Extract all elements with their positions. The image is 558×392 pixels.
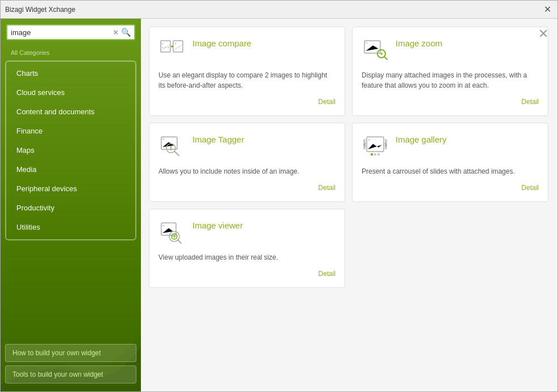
widget-desc-image-compare: Use an elegant display to compare 2 imag… (158, 70, 336, 91)
widget-card-image-compare: Image compare Use an elegant display to … (149, 27, 345, 116)
widget-desc-image-zoom: Display many attached images in the proc… (362, 70, 539, 91)
sidebar-item-media[interactable]: Media (8, 160, 133, 179)
how-to-build-link[interactable]: How to build your own widget (5, 344, 136, 362)
window-close-button[interactable]: ✕ (542, 4, 553, 15)
sidebar-bottom-links: How to build your own widget Tools to bu… (1, 339, 141, 391)
window-title: Bizagi Widget Xchange (5, 6, 75, 14)
svg-point-25 (162, 225, 165, 227)
svg-point-6 (366, 42, 368, 44)
widget-title-image-gallery: Image gallery (396, 132, 447, 144)
widget-title-image-zoom: Image zoom (396, 36, 443, 48)
tools-to-build-link[interactable]: Tools to build your own widget (5, 365, 136, 384)
widget-detail-image-viewer: Detail (158, 268, 336, 278)
widget-card-header: Image compare (158, 36, 336, 63)
category-group: Charts Cloud services Content and docume… (5, 61, 136, 240)
image-gallery-icon (362, 132, 389, 160)
widget-desc-image-tagger: Allows you to include notes inside of an… (158, 166, 336, 176)
sidebar-item-maps[interactable]: Maps (8, 141, 133, 160)
title-bar: Bizagi Widget Xchange ✕ (1, 1, 557, 19)
widget-card-header: Image zoom (362, 36, 539, 63)
widget-card-image-viewer: Image viewer View uploaded images in the… (149, 209, 345, 288)
widget-detail-image-tagger: Detail (158, 182, 336, 192)
svg-point-15 (170, 149, 171, 150)
widget-card-header: Image Tagger (158, 132, 336, 160)
widget-title-image-tagger: Image Tagger (192, 132, 244, 144)
widget-detail-image-compare: Detail (158, 96, 336, 106)
search-input[interactable] (11, 28, 113, 37)
widget-card-header: Image gallery (362, 132, 539, 160)
svg-rect-22 (374, 153, 376, 156)
svg-line-8 (384, 57, 387, 59)
detail-link-image-compare[interactable]: Detail (318, 98, 336, 106)
svg-point-4 (174, 42, 177, 45)
sidebar-item-content-and-documents[interactable]: Content and documents (8, 102, 133, 121)
svg-rect-1 (173, 41, 183, 52)
all-categories-label: All Categories (1, 46, 141, 58)
widget-card-image-tagger: Image Tagger Allows you to include notes… (149, 123, 345, 202)
sidebar-item-productivity[interactable]: Productivity (8, 199, 133, 217)
category-list: Charts Cloud services Content and docume… (1, 58, 141, 339)
detail-link-image-gallery[interactable]: Detail (521, 184, 539, 192)
detail-link-image-zoom[interactable]: Detail (521, 98, 539, 106)
image-viewer-icon (158, 218, 186, 245)
svg-rect-23 (377, 153, 380, 156)
svg-rect-21 (371, 153, 373, 156)
detail-link-image-tagger[interactable]: Detail (318, 184, 336, 192)
sidebar-item-charts[interactable]: Charts (8, 64, 133, 83)
search-icon: 🔍 (121, 28, 131, 37)
widget-detail-image-zoom: Detail (362, 96, 539, 106)
main-content: ✕ 🔍 All Categories Charts Cloud services… (1, 19, 557, 391)
right-panel: ✕ (141, 19, 557, 391)
detail-link-image-viewer[interactable]: Detail (318, 270, 336, 278)
svg-line-16 (175, 152, 179, 156)
sidebar-item-peripheral-devices[interactable]: Peripheral devices (8, 179, 133, 198)
image-zoom-icon (362, 36, 389, 63)
widget-desc-image-viewer: View uploaded images in their real size. (158, 252, 336, 262)
search-clear-button[interactable]: ✕ (113, 28, 119, 37)
svg-point-12 (162, 138, 165, 140)
image-compare-icon (158, 36, 186, 63)
sidebar-item-utilities[interactable]: Utilities (8, 218, 133, 236)
svg-point-20 (368, 139, 370, 141)
widget-card-image-zoom: Image zoom Display many attached images … (352, 27, 548, 116)
sidebar-item-finance[interactable]: Finance (8, 122, 133, 140)
sidebar-item-cloud-services[interactable]: Cloud services (8, 83, 133, 102)
svg-point-3 (161, 42, 164, 45)
sidebar: ✕ 🔍 All Categories Charts Cloud services… (1, 19, 141, 391)
main-window: Bizagi Widget Xchange ✕ ✕ 🔍 All Categori… (0, 0, 558, 392)
svg-line-28 (178, 240, 181, 243)
close-panel-button[interactable]: ✕ (538, 27, 548, 41)
widget-detail-image-gallery: Detail (362, 182, 539, 192)
svg-rect-0 (161, 41, 170, 52)
widgets-grid: Image compare Use an elegant display to … (141, 19, 557, 391)
widget-title-image-compare: Image compare (192, 36, 251, 48)
search-box: ✕ 🔍 (6, 24, 135, 40)
widget-card-image-gallery: Image gallery Present a carrousel of sli… (352, 123, 548, 202)
widget-title-image-viewer: Image viewer (192, 218, 243, 230)
image-tagger-icon (158, 132, 186, 160)
widget-desc-image-gallery: Present a carrousel of slides with attac… (362, 166, 539, 176)
widget-card-header: Image viewer (158, 218, 336, 245)
